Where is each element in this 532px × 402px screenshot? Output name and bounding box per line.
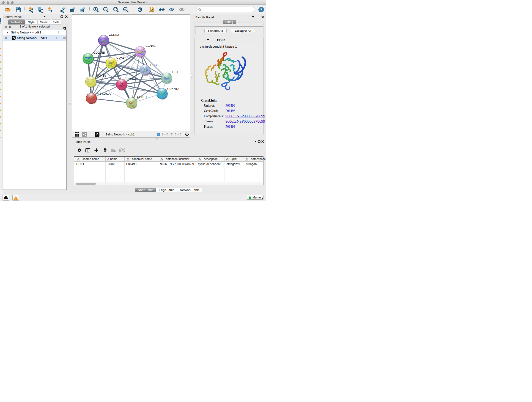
svg-text:CDC25B: CDC25B (93, 51, 105, 54)
svg-text:CCNB1: CCNB1 (96, 74, 106, 77)
svg-text:CDKN1A: CDKN1A (167, 87, 179, 90)
svg-text:RB1: RB1 (172, 70, 178, 74)
svg-text:CDC6: CDC6 (150, 63, 158, 67)
svg-text:HIST1H1A: HIST1H1A (96, 92, 111, 95)
svg-text:?: ? (260, 7, 262, 12)
svg-text:CCNA1: CCNA1 (146, 44, 156, 47)
svg-text:CCNB2: CCNB2 (109, 33, 119, 36)
svg-text:CCNA2: CCNA2 (127, 77, 137, 81)
svg-text:CCNE1: CCNE1 (137, 95, 147, 99)
svg-text:CDK1: CDK1 (116, 56, 124, 59)
